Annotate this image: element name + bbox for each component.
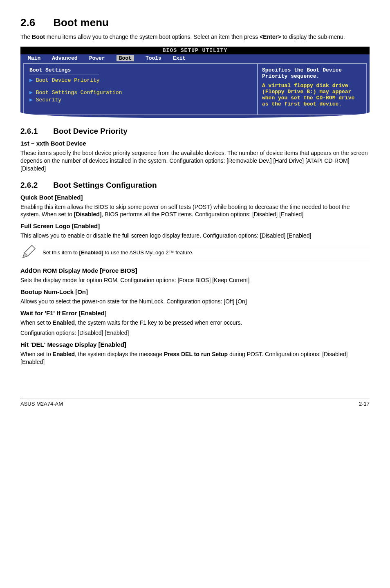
bios-panel-heading: Boot Settings — [29, 67, 251, 73]
addon-rom-h3: AddOn ROM Display Mode [Force BIOS] — [20, 267, 370, 274]
wait-f1-paragraph-1: When set to Enabled, the system waits fo… — [20, 319, 370, 327]
bios-tab-main: Main — [28, 55, 40, 61]
footer-left: ASUS M2A74-AM — [20, 401, 63, 407]
bios-help-panel: Specifies the Boot Device Priority seque… — [257, 63, 367, 115]
page-footer: ASUS M2A74-AM 2-17 — [20, 399, 370, 407]
footer-page-number: 2-17 — [359, 401, 370, 407]
pencil-note-icon — [20, 244, 43, 261]
bios-item-boot-device-priority: Boot Device Priority — [29, 77, 251, 83]
full-screen-logo-paragraph: This allows you to enable or disable the… — [20, 232, 370, 240]
note-text: Set this item to [Enabled] to use the AS… — [43, 246, 370, 259]
boot-device-h3: 1st ~ xxth Boot Device — [20, 140, 370, 147]
subsection-262-heading: 2.6.2Boot Settings Configuration — [20, 181, 370, 190]
section-title: Boot menu — [53, 16, 109, 29]
numlock-paragraph: Allows you to select the power-on state … — [20, 298, 370, 305]
bios-tab-boot: Boot — [117, 55, 134, 61]
intro-paragraph: The Boot menu items allow you to change … — [20, 33, 370, 41]
bios-screenshot: BIOS SETUP UTILITY Main Advanced Power B… — [20, 47, 370, 118]
bios-help-text-1: Specifies the Boot Device Priority seque… — [262, 67, 362, 79]
bios-tab-tools: Tools — [146, 55, 161, 61]
bios-left-panel: Boot Settings Boot Device Priority Boot … — [23, 63, 257, 115]
section-number: 2.6 — [20, 16, 35, 29]
section-heading: 2.6Boot menu — [20, 16, 370, 29]
hit-del-paragraph: When set to Enabled, the system displays… — [20, 350, 370, 366]
full-screen-logo-h3: Full Screen Logo [Enabled] — [20, 222, 370, 229]
bios-tab-power: Power — [89, 55, 105, 61]
wait-f1-paragraph-2: Configuration options: [Disabled] [Enabl… — [20, 329, 370, 337]
addon-rom-paragraph: Sets the display mode for option ROM. Co… — [20, 276, 370, 284]
numlock-h3: Bootup Num-Lock [On] — [20, 288, 370, 295]
subsection-261-heading: 2.6.1Boot Device Priority — [20, 127, 370, 136]
boot-device-paragraph: These items specify the boot device prio… — [20, 149, 370, 173]
hit-del-h3: Hit 'DEL' Message Display [Enabled] — [20, 341, 370, 348]
bios-item-security: Security — [29, 97, 251, 103]
bios-tab-bar: Main Advanced Power Boot Tools Exit — [20, 54, 370, 63]
note-callout: Set this item to [Enabled] to use the AS… — [20, 244, 370, 261]
bios-tab-advanced: Advanced — [52, 55, 77, 61]
wait-f1-h3: Wait for 'F1' If Error [Enabled] — [20, 310, 370, 316]
bios-item-boot-settings-config: Boot Settings Configuration — [29, 89, 251, 96]
quick-boot-h3: Quick Boot [Enabled] — [20, 194, 370, 201]
quick-boot-paragraph: Enabling this item allows the BIOS to sk… — [20, 203, 370, 219]
bios-title: BIOS SETUP UTILITY — [20, 47, 370, 54]
bios-tab-exit: Exit — [173, 55, 186, 61]
bios-help-text-2: A virtual floppy disk drive (Floppy Driv… — [262, 83, 362, 107]
bios-divider — [29, 74, 99, 74]
